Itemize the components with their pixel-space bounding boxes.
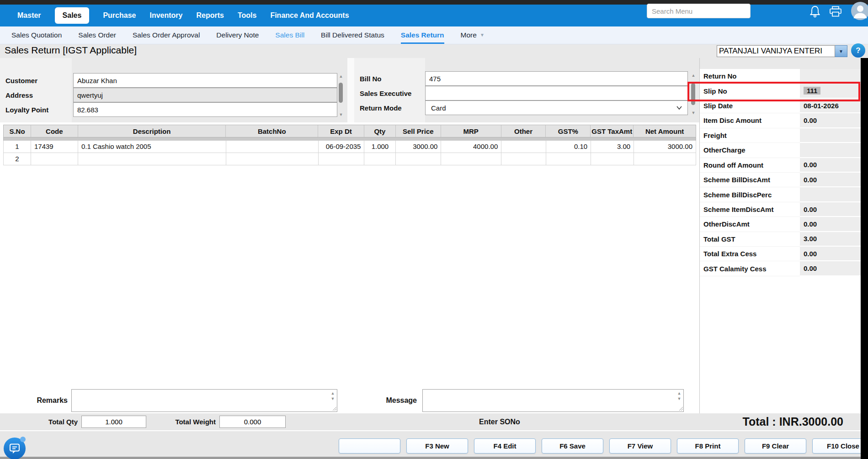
cell-batchno[interactable] [226, 153, 319, 165]
cell-gst[interactable]: 0.10 [546, 141, 591, 153]
cell-description[interactable]: 0.1 Cashio watch 2005 [78, 141, 226, 153]
table-row: 2 [3, 153, 696, 165]
return-mode-select[interactable]: Card [425, 100, 688, 115]
nav-item-reports[interactable]: Reports [196, 11, 224, 20]
cell-exp-dt[interactable]: 06-09-2035 [319, 141, 365, 153]
cell-gst[interactable] [546, 153, 591, 165]
nav-item-inventory[interactable]: Inventory [149, 11, 182, 20]
summary-value-field[interactable]: 0.00 [800, 158, 861, 173]
loyalty-point-input[interactable] [73, 102, 337, 117]
scroll-up-icon[interactable]: ▲ [330, 391, 335, 396]
summary-value-field[interactable] [800, 143, 861, 158]
search-input[interactable] [647, 4, 751, 18]
help-icon[interactable]: ? [851, 43, 865, 58]
cell-qty[interactable]: 1.000 [364, 141, 396, 153]
topbar-nav: MasterSalesPurchaseInventoryReportsTools… [17, 7, 349, 24]
scrollbar-thumb[interactable] [691, 83, 695, 105]
cell-gst-taxamt[interactable] [591, 153, 634, 165]
summary-row-scheme-billdiscperc: Scheme BillDiscPerc [700, 187, 861, 202]
nav-item-purchase[interactable]: Purchase [103, 11, 136, 20]
tab-bill-delivered-status[interactable]: Bill Delivered Status [321, 26, 384, 44]
scroll-down-icon[interactable]: ▼ [691, 111, 696, 115]
scroll-down-icon[interactable]: ▼ [338, 112, 344, 117]
tab-sales-bill[interactable]: Sales Bill [275, 26, 304, 44]
cell-mrp[interactable]: 4000.00 [441, 141, 501, 153]
summary-row-scheme-itemdiscamt: Scheme ItemDiscAmt0.00 [700, 202, 861, 217]
cell-other[interactable] [501, 141, 546, 153]
scroll-up-icon[interactable]: ▲ [676, 391, 682, 396]
button-f8-print[interactable]: F8 Print [677, 438, 739, 454]
scroll-down-icon[interactable]: ▼ [676, 396, 682, 401]
message-textarea[interactable] [422, 389, 684, 412]
avatar[interactable] [851, 2, 868, 20]
button-f9-clear[interactable]: F9 Clear [745, 438, 806, 454]
button-blank[interactable] [339, 438, 400, 454]
total-qty-input[interactable] [81, 416, 146, 428]
cell-s-no[interactable]: 2 [4, 153, 31, 165]
cell-gst-taxamt[interactable]: 3.00 [591, 141, 634, 153]
sales-executive-input[interactable] [425, 86, 688, 100]
company-select-arrow-icon[interactable]: ▼ [835, 45, 847, 57]
scroll-up-icon[interactable]: ▲ [338, 74, 344, 79]
tab-sales-order-approval[interactable]: Sales Order Approval [133, 26, 200, 44]
cell-mrp[interactable] [441, 153, 501, 165]
printer-icon[interactable] [829, 6, 842, 17]
nav-item-sales[interactable]: Sales [55, 7, 90, 24]
tab-label: Sales Quotation [11, 31, 62, 39]
right-edge-scroll-strip[interactable] [861, 58, 868, 459]
cell-other[interactable] [501, 153, 546, 165]
items-table-header-strip [3, 137, 696, 141]
scroll-down-icon[interactable]: ▼ [330, 396, 335, 401]
summary-value-field[interactable]: 111 [800, 84, 861, 98]
nav-item-finance-and-accounts[interactable]: Finance And Accounts [270, 11, 349, 20]
customer-label: Customer [5, 73, 37, 88]
tab-more[interactable]: More▼ [461, 26, 485, 44]
tab-delivery-note[interactable]: Delivery Note [216, 26, 259, 44]
cell-qty[interactable] [364, 153, 396, 165]
summary-value-field[interactable] [800, 187, 861, 202]
total-weight-input[interactable] [219, 416, 286, 428]
company-select[interactable]: PATANJALI VANIJYA ENTERI ▼ [717, 45, 847, 57]
summary-value-field[interactable]: 0.00 [800, 217, 861, 232]
cell-net-amount[interactable]: 3000.00 [634, 141, 696, 153]
summary-value-field[interactable]: 0.00 [800, 247, 861, 261]
button-f6-save[interactable]: F6 Save [542, 438, 603, 454]
nav-item-tools[interactable]: Tools [238, 11, 256, 20]
summary-value-field[interactable]: 08-01-2026 [800, 99, 861, 113]
form-column-gap [347, 58, 354, 122]
customer-input[interactable] [73, 73, 337, 88]
bell-icon[interactable] [809, 5, 821, 18]
tab-sales-return[interactable]: Sales Return [401, 26, 444, 44]
tab-label: More [461, 31, 477, 39]
button-f3-new[interactable]: F3 New [406, 438, 468, 454]
summary-value-field[interactable]: 0.00 [800, 261, 861, 276]
remarks-textarea[interactable] [71, 389, 337, 412]
cell-s-no[interactable]: 1 [4, 141, 31, 153]
address-input[interactable] [73, 88, 337, 102]
summary-value-field[interactable] [800, 128, 861, 143]
scroll-up-icon[interactable]: ▲ [691, 73, 696, 78]
function-buttons: F3 NewF4 EditF6 SaveF7 ViewF8 PrintF9 Cl… [339, 438, 868, 454]
bill-no-input[interactable] [425, 71, 688, 86]
tab-sales-quotation[interactable]: Sales Quotation [11, 26, 62, 44]
button-f10-close[interactable]: F10 Close [812, 438, 868, 454]
cell-sell-price[interactable]: 3000.00 [396, 141, 441, 153]
scrollbar-thumb[interactable] [339, 83, 343, 103]
nav-item-master[interactable]: Master [17, 11, 41, 20]
summary-value-field[interactable]: 0.00 [800, 173, 861, 187]
summary-row-total-gst: Total GST3.00 [700, 232, 861, 247]
tab-sales-order[interactable]: Sales Order [78, 26, 116, 44]
summary-value-field[interactable]: 0.00 [800, 202, 861, 217]
cell-code[interactable] [31, 153, 78, 165]
summary-value-field[interactable]: 3.00 [800, 232, 861, 247]
cell-description[interactable] [78, 153, 226, 165]
cell-sell-price[interactable] [396, 153, 441, 165]
summary-value-field[interactable]: 0.00 [800, 113, 861, 128]
cell-exp-dt[interactable] [319, 153, 365, 165]
summary-value-field[interactable] [800, 69, 861, 84]
cell-net-amount[interactable] [634, 153, 696, 165]
cell-batchno[interactable] [226, 141, 319, 153]
cell-code[interactable]: 17439 [31, 141, 78, 153]
button-f7-view[interactable]: F7 View [609, 438, 671, 454]
button-f4-edit[interactable]: F4 Edit [474, 438, 536, 454]
